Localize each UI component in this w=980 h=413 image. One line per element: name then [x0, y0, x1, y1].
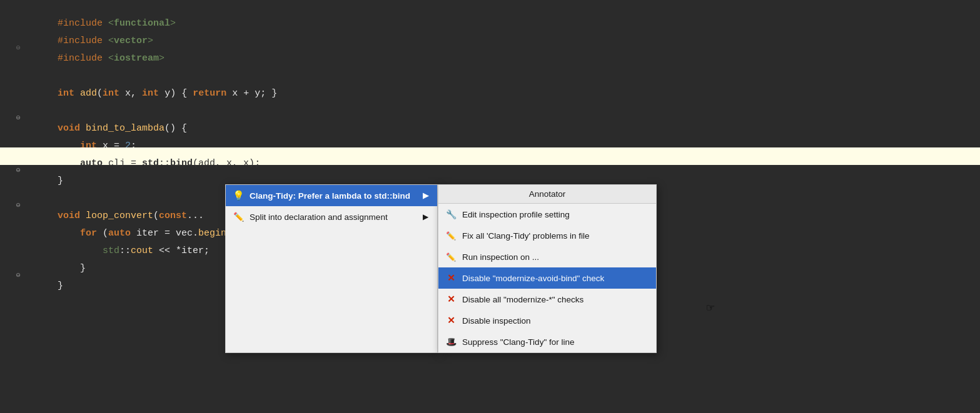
fold-gutter-7[interactable]: ⊖ — [13, 113, 24, 122]
suppress-line-item[interactable]: 🎩 Suppress "Clang-Tidy" for line — [438, 331, 656, 352]
code-line-10: ⊖ } — [0, 165, 980, 182]
code-line-2: #include <vector> — [0, 25, 980, 42]
code-line-9: auto clj = std::bind(add, x, x); — [0, 147, 980, 165]
fix-all-item[interactable]: ✏️ Fix all 'Clang-Tidy' problems in file — [438, 225, 656, 246]
clang-tidy-label: Clang-Tidy: Prefer a lambda to std::bind — [250, 191, 410, 201]
disable-all-icon: ✕ — [445, 293, 457, 306]
disable-all-label: Disable all "modernize-*" checks — [462, 295, 583, 304]
run-inspection-label: Run inspection on ... — [462, 252, 539, 262]
disable-all-item[interactable]: ✕ Disable all "modernize-*" checks — [438, 289, 656, 310]
split-declaration-menu-item[interactable]: ✏️ Split into declaration and assignment… — [226, 206, 437, 227]
fix-all-icon: ✏️ — [445, 229, 457, 242]
fold-gutter-3: ⊖ — [13, 43, 24, 52]
fold-gutter-10[interactable]: ⊖ — [13, 166, 24, 175]
split-declaration-arrow: ▶ — [410, 212, 428, 221]
fold-gutter-12[interactable]: ⊖ — [13, 201, 24, 210]
fix-all-label: Fix all 'Clang-Tidy' problems in file — [462, 231, 589, 241]
edit-profile-item[interactable]: 🔧 Edit inspection profile setting — [438, 204, 656, 225]
disable-inspection-label: Disable inspection — [462, 316, 531, 326]
lightbulb-icon: 💡 — [232, 189, 245, 202]
edit-profile-label: Edit inspection profile setting — [462, 210, 570, 219]
annotator-submenu: Annotator 🔧 Edit inspection profile sett… — [438, 184, 657, 353]
suppress-icon: 🎩 — [445, 336, 457, 348]
code-editor: #include <functional> #include <vector> … — [0, 0, 980, 413]
disable-check-label: Disable "modernize-avoid-bind" check — [462, 274, 604, 283]
split-declaration-label: Split into declaration and assignment — [250, 212, 388, 222]
clang-tidy-arrow: ▶ — [410, 191, 428, 200]
code-line-5: int add(int x, int y) { return x + y; } — [0, 77, 980, 95]
code-line-1: #include <functional> — [0, 7, 980, 25]
disable-check-icon: ✕ — [445, 272, 457, 284]
clang-tidy-menu-item[interactable]: 💡 Clang-Tidy: Prefer a lambda to std::bi… — [226, 185, 437, 206]
context-menu: 💡 Clang-Tidy: Prefer a lambda to std::bi… — [225, 184, 438, 353]
run-inspection-item[interactable]: ✏️ Run inspection on ... — [438, 246, 656, 267]
cursor-hand: ☞ — [707, 300, 714, 316]
code-line-6 — [0, 95, 980, 112]
fold-gutter-16[interactable]: ⊖ — [13, 271, 24, 280]
disable-inspection-item[interactable]: ✕ Disable inspection — [438, 310, 656, 331]
split-icon: ✏️ — [232, 211, 245, 223]
run-inspection-icon: ✏️ — [445, 251, 457, 263]
context-menu-container: 💡 Clang-Tidy: Prefer a lambda to std::bi… — [225, 184, 657, 353]
disable-inspection-icon: ✕ — [445, 314, 457, 327]
code-line-7: ⊖ void bind_to_lambda() { — [0, 112, 980, 130]
suppress-line-label: Suppress "Clang-Tidy" for line — [462, 337, 574, 347]
disable-check-item[interactable]: ✕ Disable "modernize-avoid-bind" check — [438, 267, 656, 289]
code-line-4 — [0, 60, 980, 77]
code-line-8: int x = 2; — [0, 130, 980, 147]
code-line-3: ⊖ #include <iostream> — [0, 42, 980, 60]
annotator-header: Annotator — [438, 185, 656, 204]
gear-icon: 🔧 — [445, 208, 457, 221]
